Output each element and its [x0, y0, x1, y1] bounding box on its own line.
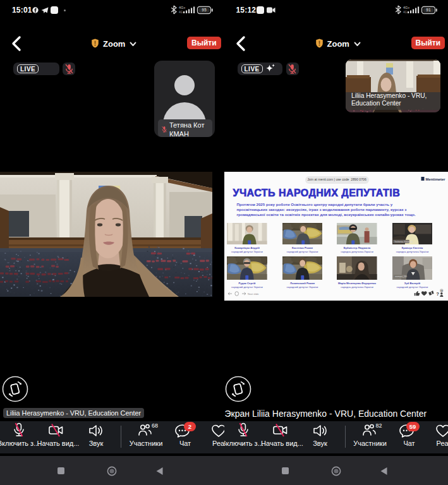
svg-text:Next slide: Next slide — [248, 292, 259, 296]
svg-text:4G: 4G — [179, 11, 183, 14]
svg-text:4G: 4G — [403, 11, 408, 14]
svg-text:95: 95 — [202, 8, 207, 12]
svg-text:4G+: 4G+ — [179, 6, 186, 9]
svg-text:4G+: 4G+ — [403, 6, 410, 9]
svg-text:Mentimeter: Mentimeter — [425, 177, 445, 181]
svg-text:13: 13 — [440, 290, 442, 292]
svg-text:?: ? — [436, 291, 439, 297]
svg-text:zoomput_240: zoomput_240 — [394, 275, 406, 278]
svg-text:Yevheniia Kravchuk: Yevheniia Kravchuk — [394, 241, 413, 243]
svg-text:91: 91 — [426, 8, 431, 12]
